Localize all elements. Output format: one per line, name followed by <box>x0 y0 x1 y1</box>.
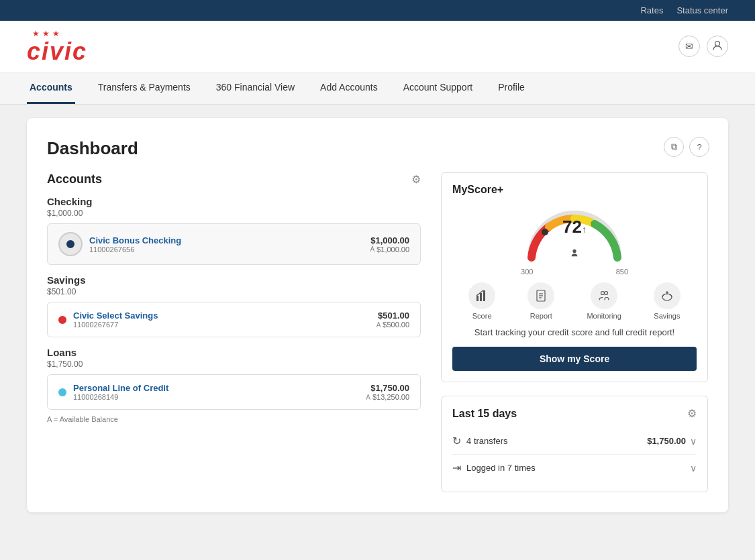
svg-point-10 <box>601 292 605 295</box>
myscore-title: MyScore+ <box>452 184 697 196</box>
dashboard-top-icons: ⧉ ? <box>664 137 709 157</box>
gauge-person <box>570 248 579 260</box>
avail-icon-savings: A <box>376 321 381 329</box>
report-circle <box>527 282 554 309</box>
last15-header: Last 15 days ⚙ <box>452 407 697 420</box>
score-icon-label-monitoring: Monitoring <box>587 312 621 320</box>
savings-balance: $501.00 <box>376 311 409 321</box>
star-icon-2: ★ <box>42 29 50 38</box>
star-icon-1: ★ <box>32 29 40 38</box>
login-icon: ⇥ <box>452 461 461 474</box>
avail-icon-checking: A <box>370 245 374 253</box>
user-button[interactable] <box>707 36 728 57</box>
svg-point-1 <box>542 229 548 235</box>
transfers-desc: 4 transfers <box>466 436 507 446</box>
score-icon-report: Report <box>527 282 554 320</box>
show-score-button[interactable]: Show my Score <box>452 347 697 371</box>
loans-available: A $13,250.00 <box>366 393 409 401</box>
transfers-chevron[interactable]: ∨ <box>690 436 697 447</box>
checking-account-name: Civic Bonus Checking <box>89 235 181 245</box>
loans-account-number: 11000268149 <box>73 393 168 401</box>
score-icon-monitoring: Monitoring <box>587 282 621 320</box>
score-icon-label-savings: Savings <box>654 312 680 320</box>
savings-account-card[interactable]: Civic Select Savings 11000267677 $501.00… <box>47 302 421 337</box>
savings-title: Savings <box>47 274 421 286</box>
myscore-card: MyScore+ <box>441 172 708 382</box>
savings-account-number: 11000267677 <box>73 321 158 329</box>
loans-title: Loans <box>47 347 421 358</box>
checking-account-card[interactable]: Civic Bonus Checking 11000267656 $1,000.… <box>47 223 421 265</box>
last15-login-right: ∨ <box>690 463 697 473</box>
savings-account-right: $501.00 A $500.00 <box>376 311 409 329</box>
help-button[interactable]: ? <box>689 137 709 157</box>
savings-available: A $500.00 <box>376 321 409 329</box>
right-column: MyScore+ <box>441 172 708 492</box>
loans-account-name: Personal Line of Credit <box>73 383 168 393</box>
gauge-labels: 300 850 <box>521 268 628 276</box>
last15-transfers-right: $1,750.00 ∨ <box>647 436 697 447</box>
status-center-link[interactable]: Status center <box>676 5 728 15</box>
svg-point-0 <box>715 41 720 46</box>
checking-title: Checking <box>47 196 421 207</box>
logo-stars: ★ ★ ★ <box>32 29 60 38</box>
monitoring-circle <box>591 282 617 309</box>
savings-account-left: Civic Select Savings 11000267677 <box>58 311 158 329</box>
accounts-settings-icon[interactable]: ⚙ <box>411 173 421 186</box>
nav-account-support[interactable]: Account Support <box>401 72 476 104</box>
svg-rect-5 <box>483 290 485 301</box>
svg-point-11 <box>605 292 608 295</box>
top-bar: Rates Status center <box>0 0 755 21</box>
checking-avail-amount: $1,000.00 <box>376 245 409 254</box>
checking-total: $1,000.00 <box>47 209 421 218</box>
mail-button[interactable]: ✉ <box>678 36 700 57</box>
myscore-description: Start tracking your credit score and ful… <box>452 327 697 339</box>
dashboard-columns: Accounts ⚙ Checking $1,000.00 Civic Bonu… <box>47 172 708 492</box>
score-icon-savings: Savings <box>654 282 681 320</box>
available-note: A = Available Balance <box>47 415 421 423</box>
loans-account-card[interactable]: Personal Line of Credit 11000268149 $1,7… <box>47 374 421 410</box>
copy-button[interactable]: ⧉ <box>664 137 684 157</box>
loans-dot <box>58 388 66 396</box>
gauge-container: 72↑ <box>521 204 628 261</box>
checking-account-info: Civic Bonus Checking 11000267656 <box>89 235 181 254</box>
login-chevron[interactable]: ∨ <box>690 463 697 473</box>
header: ★ ★ ★ civic ✉ <box>0 21 755 72</box>
savings-total: $501.00 <box>47 287 421 296</box>
checking-available: A $1,000.00 <box>370 245 409 254</box>
loans-balance: $1,750.00 <box>366 383 409 393</box>
logo-text: civic <box>27 40 87 64</box>
score-icon-score: Score <box>468 282 495 320</box>
nav-add-accounts[interactable]: Add Accounts <box>317 72 381 104</box>
savings-circle <box>654 282 681 309</box>
nav-profile[interactable]: Profile <box>495 72 527 104</box>
header-icons: ✉ <box>678 36 728 57</box>
last15-login-left: ⇥ Logged in 7 times <box>452 461 536 474</box>
nav-transfers[interactable]: Transfers & Payments <box>95 72 193 104</box>
help-icon: ? <box>697 142 701 152</box>
savings-account-info: Civic Select Savings 11000267677 <box>73 311 158 329</box>
last15-title: Last 15 days <box>452 408 517 420</box>
last15-settings-icon[interactable]: ⚙ <box>687 407 697 420</box>
dashboard-card: Dashboard ⧉ ? Accounts ⚙ Checking $1,000… <box>27 118 728 512</box>
star-icon-3: ★ <box>52 29 60 38</box>
main-nav: Accounts Transfers & Payments 360 Financ… <box>0 72 755 105</box>
last15-transfers-left: ↻ 4 transfers <box>452 435 507 447</box>
nav-360[interactable]: 360 Financial View <box>213 72 297 104</box>
accounts-title: Accounts <box>47 172 102 186</box>
accounts-section-header: Accounts ⚙ <box>47 172 421 186</box>
last15-card: Last 15 days ⚙ ↻ 4 transfers $1,750.00 <box>441 396 708 492</box>
nav-accounts[interactable]: Accounts <box>27 72 75 104</box>
score-icon-label-score: Score <box>472 312 492 320</box>
score-circle <box>468 282 495 309</box>
gauge-min: 300 <box>521 268 533 276</box>
avail-icon-loans: A <box>366 394 370 401</box>
savings-avail-amount: $500.00 <box>383 321 409 329</box>
checking-balance: $1,000.00 <box>370 235 409 245</box>
loans-avail-amount: $13,250.00 <box>372 393 409 401</box>
logo: ★ ★ ★ civic <box>27 29 87 64</box>
loans-account-right: $1,750.00 A $13,250.00 <box>366 383 409 401</box>
svg-rect-3 <box>476 296 479 301</box>
left-column: Accounts ⚙ Checking $1,000.00 Civic Bonu… <box>47 172 421 492</box>
rates-link[interactable]: Rates <box>640 5 663 15</box>
score-icon-label-report: Report <box>530 312 552 320</box>
